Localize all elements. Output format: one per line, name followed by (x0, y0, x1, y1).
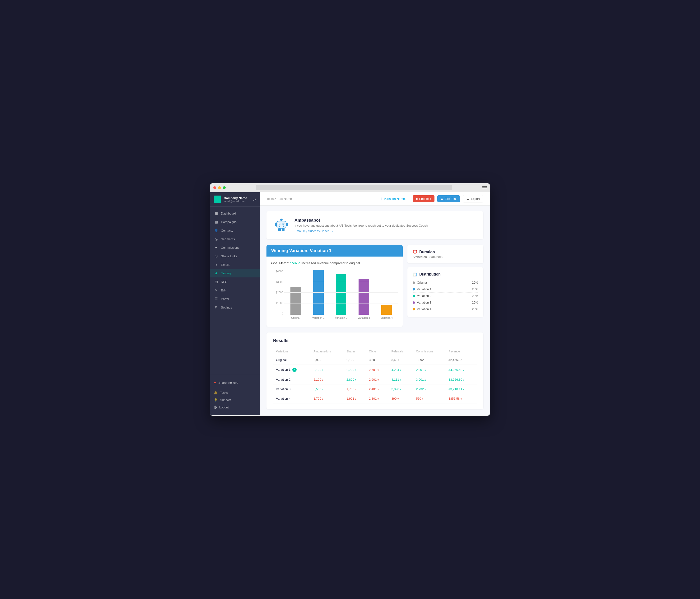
results-title: Results (273, 338, 477, 343)
cell-revenue-var3: $3,210.11 (446, 384, 477, 394)
col-ambassadors: Ambassadors (310, 348, 344, 355)
cell-revenue-var4: $856.58 (446, 394, 477, 403)
address-bar[interactable] (256, 185, 452, 190)
cell-ambassadors-var3: 3,500 (310, 384, 344, 394)
results-table: Variations Ambassadors Shares Clicks Ref… (273, 348, 477, 403)
cell-shares-var4: 1,901 (344, 394, 366, 403)
dist-dot-var3 (412, 301, 415, 304)
end-test-button[interactable]: ■ End Test (412, 195, 434, 202)
dist-item-var1: Variation 1 20% (412, 286, 478, 293)
sidebar-item-label: Edit (221, 289, 226, 292)
share-love-button[interactable]: ♥ Share the love (214, 378, 256, 387)
sidebar-item-emails[interactable]: ▷ Emails (210, 260, 260, 269)
info-icon: ℹ (381, 197, 382, 201)
y-label-4000: $4000 (276, 270, 283, 273)
sidebar-item-commissions[interactable]: ✦ Commissions (210, 243, 260, 252)
dist-pct-var3: 20% (472, 301, 478, 304)
heart-icon: ♥ (214, 380, 216, 385)
campaigns-icon: ▤ (214, 220, 218, 224)
support-button[interactable]: 💡 Support (214, 396, 256, 404)
cell-revenue-var1: $4,056.58 (446, 365, 477, 375)
table-row: Variation 4 1,700 1,901 1,801 890 560 $8… (273, 394, 477, 403)
cell-revenue-var2: $3,956.80 (446, 375, 477, 384)
cell-referrals-original: 3,401 (389, 355, 413, 365)
minimize-dot[interactable] (218, 186, 221, 189)
segments-icon: ◎ (214, 237, 218, 241)
maximize-dot[interactable] (223, 186, 226, 189)
sidebar-item-label: Dashboard (221, 212, 236, 215)
titlebar (210, 183, 490, 192)
duration-card: ⏰ Duration Started on 03/01/2019 (407, 245, 483, 264)
dist-dot-var4 (412, 308, 415, 310)
distribution-title: 📊 Distribution (412, 272, 478, 276)
sidebar-item-portal[interactable]: ☰ Portal (210, 295, 260, 303)
page-content: Ambassabot If you have any questions abo… (260, 205, 490, 415)
col-clicks: Clicks (366, 348, 389, 355)
sidebar-nav: ▦ Dashboard ▤ Campaigns 👤 Contacts ◎ Seg… (210, 207, 260, 374)
sidebar-item-nps[interactable]: ▤ NPS (210, 277, 260, 286)
cell-shares-original: 2,100 (344, 355, 366, 365)
dist-name-var3: Variation 3 (417, 301, 470, 304)
dist-item-var3: Variation 3 20% (412, 299, 478, 306)
cell-clicks-original: 3,201 (366, 355, 389, 365)
ambassabot-card: Ambassabot If you have any questions abo… (267, 211, 483, 239)
sidebar-item-label: Campaigns (221, 220, 236, 224)
menu-icon[interactable] (482, 186, 487, 189)
cell-commissions-var4: 560 (413, 394, 446, 403)
variation-names-button[interactable]: ℹ Variation Names (378, 195, 409, 202)
gridline-1000 (284, 303, 398, 304)
y-label-3000: $3000 (276, 280, 283, 283)
cell-revenue-original: $2,456.36 (446, 355, 477, 365)
sidebar-item-settings[interactable]: ⚙ Settings (210, 303, 260, 311)
cell-variation-var2: Variation 2 (273, 375, 310, 384)
robot-avatar (273, 217, 290, 233)
cell-commissions-var1: 2,901 (413, 365, 446, 375)
topbar-actions: ℹ Variation Names ■ End Test ⚙ Edit Test… (378, 195, 483, 202)
sidebar-item-edit[interactable]: ✎ Edit (210, 286, 260, 295)
close-dot[interactable] (213, 186, 216, 189)
cell-referrals-var4: 890 (389, 394, 413, 403)
company-toggle-icon[interactable]: ⇄ (253, 197, 256, 202)
logout-button[interactable]: ⏻ Logout (214, 404, 256, 411)
bar-original (291, 287, 301, 315)
y-label-1000: $1000 (276, 302, 283, 304)
bell-icon: 🔔 (214, 391, 218, 394)
ambassabot-description: If you have any questions about A/B Test… (295, 224, 477, 227)
dashboard-icon: ▦ (214, 211, 218, 215)
duration-started: Started on 03/01/2019 (412, 255, 478, 259)
sidebar-item-campaigns[interactable]: ▤ Campaigns (210, 218, 260, 226)
svg-point-0 (280, 219, 283, 221)
company-logo (214, 196, 221, 203)
sidebar-item-segments[interactable]: ◎ Segments (210, 235, 260, 243)
sidebar-item-label: NPS (221, 280, 227, 283)
table-row: Original 2,900 2,100 3,201 3,401 1,892 $… (273, 355, 477, 365)
winner-badge: ✓ (292, 368, 297, 372)
cloud-icon: ☁ (466, 197, 469, 201)
cell-ambassadors-original: 2,900 (310, 355, 344, 365)
tasks-button[interactable]: 🔔 Tasks (214, 389, 256, 396)
sidebar-item-dashboard[interactable]: ▦ Dashboard (210, 209, 260, 218)
table-row: Variation 3 3,500 1,786 2,401 3,890 2,73… (273, 384, 477, 394)
cell-clicks-var2: 2,901 (366, 375, 389, 384)
edit-test-button[interactable]: ⚙ Edit Test (437, 195, 460, 202)
sidebar-item-testing[interactable]: ♟ Testing (210, 269, 260, 277)
email-coach-link[interactable]: Email my Success Coach → (295, 229, 477, 233)
dist-item-var4: Variation 4 20% (412, 306, 478, 312)
robot-body: Ambassabot If you have any questions abo… (295, 218, 477, 233)
export-button[interactable]: ☁ Export (463, 195, 483, 202)
sidebar-item-label: Settings (221, 306, 232, 309)
y-label-0: 0 (282, 312, 283, 315)
company-header[interactable]: Company Name email@email.com ⇄ (210, 192, 260, 207)
topbar: Tests > Test Name ℹ Variation Names ■ En… (260, 192, 490, 205)
cell-variation-var3: Variation 3 (273, 384, 310, 394)
sidebar-item-label: Segments (221, 237, 235, 241)
col-shares: Shares (344, 348, 366, 355)
dist-pct-var2: 20% (472, 294, 478, 298)
gear-icon: ⚙ (441, 197, 444, 201)
sidebar-item-share-links[interactable]: ⬡ Share Links (210, 252, 260, 260)
table-header: Variations Ambassadors Shares Clicks Ref… (273, 348, 477, 355)
cell-referrals-var2: 4,111 (389, 375, 413, 384)
sidebar-item-label: Testing (221, 272, 231, 275)
x-label-var1: Variation 1 (309, 316, 328, 319)
sidebar-item-contacts[interactable]: 👤 Contacts (210, 226, 260, 235)
